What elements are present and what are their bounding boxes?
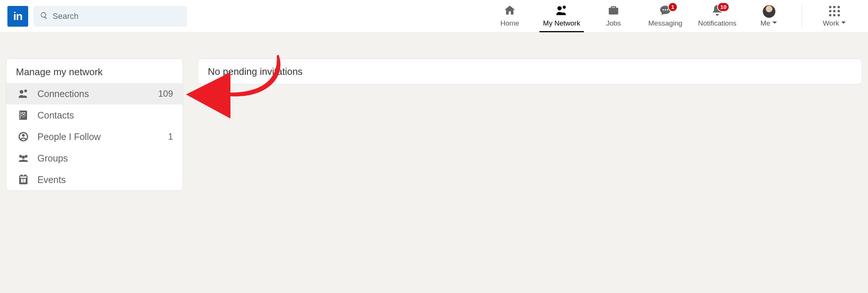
sidebar-item-groups[interactable]: Groups — [6, 147, 183, 169]
svg-point-4 — [667, 9, 668, 11]
svg-point-2 — [662, 9, 664, 11]
svg-point-10 — [25, 155, 28, 158]
address-book-icon — [16, 110, 31, 121]
groups-icon — [16, 153, 31, 164]
primary-nav: Home My Network Jobs 1 — [484, 0, 861, 32]
chevron-down-icon — [772, 19, 778, 27]
sidebar-item-connections[interactable]: Connections 109 — [6, 83, 183, 104]
connections-icon — [16, 88, 31, 99]
home-icon — [503, 4, 516, 19]
search-input[interactable] — [53, 11, 180, 21]
nav-messaging-label: Messaging — [648, 19, 682, 27]
nav-messaging[interactable]: 1 Messaging — [639, 0, 691, 32]
sidebar-item-count: 1 — [168, 131, 173, 142]
svg-point-3 — [665, 9, 666, 11]
sidebar-item-contacts[interactable]: Contacts — [6, 104, 183, 126]
follow-icon — [16, 131, 31, 142]
messaging-badge: 1 — [668, 2, 678, 12]
nav-notifications-label: Notifications — [698, 19, 736, 27]
nav-my-network[interactable]: My Network — [536, 0, 588, 32]
chevron-down-icon — [841, 19, 847, 27]
page-content: Manage my network Connections 109 Contac… — [0, 33, 868, 191]
sidebar-item-people-i-follow[interactable]: People I Follow 1 — [6, 126, 183, 147]
avatar — [763, 5, 775, 18]
svg-point-1 — [563, 6, 566, 9]
nav-jobs-label: Jobs — [606, 19, 621, 27]
sidebar-title: Manage my network — [6, 59, 183, 83]
svg-point-9 — [19, 155, 22, 158]
apps-grid-icon — [829, 6, 840, 17]
top-navigation-bar: in Home My Network — [0, 0, 868, 33]
sidebar-item-label: Events — [37, 174, 173, 185]
svg-point-5 — [20, 90, 23, 94]
pending-invitations-card: No pending invitations — [198, 59, 862, 84]
notifications-badge: 10 — [717, 2, 729, 12]
search-box[interactable] — [33, 6, 187, 27]
svg-point-11 — [22, 156, 25, 159]
svg-text:5: 5 — [22, 179, 24, 183]
manage-network-sidebar: Manage my network Connections 109 Contac… — [6, 59, 183, 191]
nav-me[interactable]: Me — [743, 0, 795, 32]
nav-work[interactable]: Work — [809, 0, 861, 32]
pending-invitations-text: No pending invitations — [208, 66, 303, 77]
calendar-icon: 5 — [16, 174, 31, 185]
nav-home-label: Home — [500, 19, 519, 27]
nav-notifications[interactable]: 10 Notifications — [691, 0, 743, 32]
main-panel: No pending invitations — [198, 59, 862, 191]
sidebar-item-label: Connections — [37, 89, 158, 99]
linkedin-logo[interactable]: in — [7, 6, 28, 27]
svg-point-8 — [22, 134, 25, 137]
sidebar-item-label: Groups — [37, 153, 173, 164]
nav-work-label: Work — [823, 19, 839, 27]
linkedin-logo-text: in — [13, 10, 23, 23]
nav-me-label: Me — [761, 19, 770, 27]
sidebar-item-events[interactable]: 5 Events — [6, 169, 183, 190]
briefcase-icon — [607, 4, 620, 19]
sidebar-item-label: People I Follow — [37, 131, 168, 142]
people-icon — [555, 4, 568, 19]
svg-point-0 — [558, 6, 562, 10]
search-icon — [40, 11, 48, 21]
nav-home[interactable]: Home — [484, 0, 536, 32]
svg-point-6 — [24, 90, 27, 93]
nav-divider — [802, 4, 802, 28]
sidebar-item-count: 109 — [158, 89, 173, 99]
nav-my-network-label: My Network — [543, 19, 580, 27]
sidebar-item-label: Contacts — [37, 110, 173, 121]
nav-jobs[interactable]: Jobs — [588, 0, 639, 32]
